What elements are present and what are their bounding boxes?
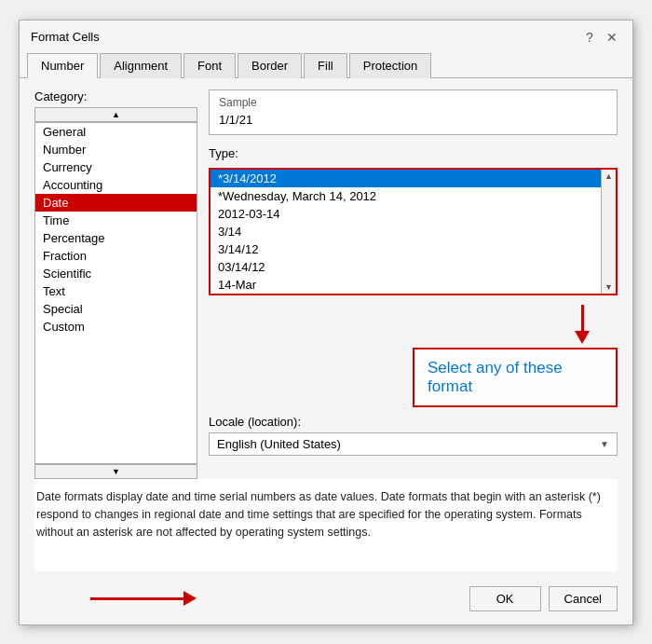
annotation-area: Select any of these format xyxy=(209,303,618,407)
up-arrow-line xyxy=(581,305,584,331)
tab-bar: Number Alignment Font Border Fill Protec… xyxy=(20,48,632,78)
title-bar: Format Cells ? ✕ xyxy=(20,21,632,47)
type-label: Type: xyxy=(209,146,618,160)
type-item-0[interactable]: *3/14/2012 xyxy=(211,170,616,187)
left-panel: Category: ▲ General Number Currency Acco… xyxy=(34,89,197,480)
locale-label: Locale (location): xyxy=(209,415,618,429)
category-date[interactable]: Date xyxy=(35,194,197,212)
ok-arrow-line xyxy=(90,597,183,600)
category-currency[interactable]: Currency xyxy=(35,158,197,176)
main-area: Category: ▲ General Number Currency Acco… xyxy=(34,89,618,480)
category-text[interactable]: Text xyxy=(35,282,197,300)
sample-section: Sample 1/1/21 xyxy=(209,89,618,135)
category-list[interactable]: General Number Currency Accounting Date … xyxy=(34,122,197,465)
locale-select[interactable]: English (United States) ▼ xyxy=(209,432,618,456)
description-area: Date formats display date and time seria… xyxy=(34,479,618,570)
tab-protection[interactable]: Protection xyxy=(349,53,432,78)
category-accounting[interactable]: Accounting xyxy=(35,176,197,194)
help-button[interactable]: ? xyxy=(580,28,599,47)
annotation-box: Select any of these format xyxy=(413,348,618,407)
category-percentage[interactable]: Percentage xyxy=(35,229,197,247)
category-number[interactable]: Number xyxy=(35,141,197,158)
type-list[interactable]: *3/14/2012 *Wednesday, March 14, 2012 20… xyxy=(211,170,616,294)
ok-button[interactable]: OK xyxy=(469,586,541,611)
category-label: Category: xyxy=(34,89,197,103)
type-list-container: *3/14/2012 *Wednesday, March 14, 2012 20… xyxy=(209,168,618,295)
type-item-2[interactable]: 2012-03-14 xyxy=(211,205,616,223)
dialog-content: Category: ▲ General Number Currency Acco… xyxy=(20,78,632,582)
type-item-6[interactable]: 14-Mar xyxy=(211,276,616,294)
tab-font[interactable]: Font xyxy=(183,53,236,78)
type-scrollbar[interactable]: ▲ ▼ xyxy=(601,170,616,294)
up-arrowhead xyxy=(575,331,590,344)
button-area: OK Cancel xyxy=(20,582,632,611)
locale-value: English (United States) xyxy=(217,437,341,451)
category-general[interactable]: General xyxy=(35,123,197,141)
category-fraction[interactable]: Fraction xyxy=(35,247,197,265)
close-button[interactable]: ✕ xyxy=(603,28,621,47)
type-item-1[interactable]: *Wednesday, March 14, 2012 xyxy=(211,187,616,205)
type-item-5[interactable]: 03/14/12 xyxy=(211,258,616,276)
category-scroll-down[interactable]: ▼ xyxy=(34,464,197,479)
sample-label: Sample xyxy=(219,96,607,109)
category-custom[interactable]: Custom xyxy=(35,318,197,336)
locale-dropdown-icon[interactable]: ▼ xyxy=(600,439,609,449)
tab-fill[interactable]: Fill xyxy=(304,53,347,78)
category-special[interactable]: Special xyxy=(35,300,197,318)
format-cells-dialog: Format Cells ? ✕ Number Alignment Font B… xyxy=(19,20,633,625)
dialog-title: Format Cells xyxy=(31,30,100,44)
tab-alignment[interactable]: Alignment xyxy=(100,53,182,78)
tab-number[interactable]: Number xyxy=(27,53,98,78)
type-item-3[interactable]: 3/14 xyxy=(211,223,616,240)
category-time[interactable]: Time xyxy=(35,212,197,229)
locale-section: Locale (location): English (United State… xyxy=(209,415,618,456)
category-scroll-up[interactable]: ▲ xyxy=(34,107,197,122)
tab-border[interactable]: Border xyxy=(238,53,302,78)
description-text: Date formats display date and time seria… xyxy=(36,490,601,539)
cancel-button[interactable]: Cancel xyxy=(549,586,618,611)
right-panel: Sample 1/1/21 Type: *3/14/2012 *Wednesda… xyxy=(209,89,618,480)
annotation-text: Select any of these format xyxy=(428,359,563,395)
type-item-4[interactable]: 3/14/12 xyxy=(211,240,616,258)
ok-arrow-container xyxy=(34,591,462,606)
ok-arrowhead xyxy=(183,591,197,606)
sample-value: 1/1/21 xyxy=(219,113,607,127)
category-scientific[interactable]: Scientific xyxy=(35,265,197,282)
